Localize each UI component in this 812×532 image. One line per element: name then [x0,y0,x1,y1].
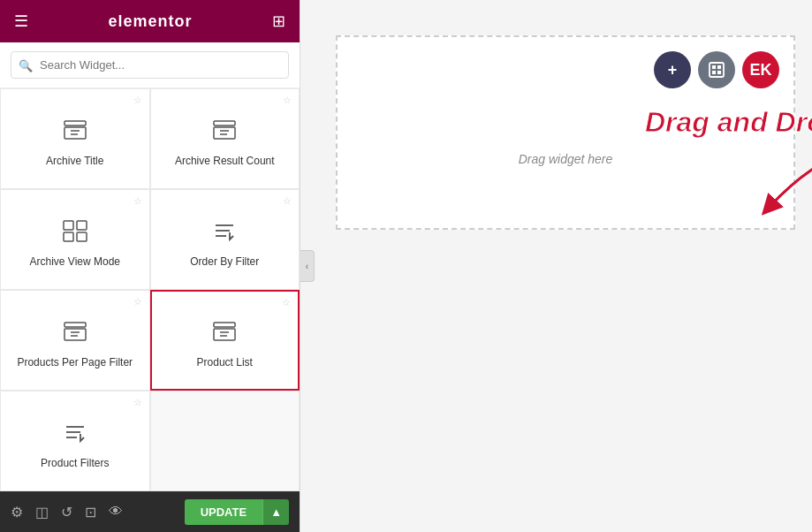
footer-icons: ⚙ ◫ ↺ ⊡ 👁 [11,504,123,521]
canvas-area: + EK Drag widget here Drag and Drop [300,0,812,532]
sidebar: ☰ elementor ⊞ 🔍 ☆ Archive Title [0,0,300,532]
widget-cell-archive-view-mode[interactable]: ☆ Archive View Mode [0,189,150,290]
svg-rect-8 [64,221,73,230]
svg-rect-5 [214,127,235,139]
archive-view-mode-icon [61,217,89,248]
svg-rect-4 [214,121,235,125]
update-btn-group: UPDATE ▲ [185,499,289,525]
star-icon: ☆ [283,95,292,106]
template-icon[interactable]: ⊡ [85,504,96,521]
star-icon: ☆ [283,195,292,207]
sidebar-header: ☰ elementor ⊞ [0,0,300,42]
svg-rect-28 [717,65,721,69]
star-icon: ☆ [133,195,142,207]
svg-rect-19 [214,323,235,327]
search-input[interactable] [11,51,289,79]
layers-icon[interactable]: ◫ [35,504,49,521]
sidebar-footer: ⚙ ◫ ↺ ⊡ 👁 UPDATE ▲ [0,491,300,532]
user-avatar-button[interactable]: EK [742,51,779,88]
products-per-page-filter-label: Products Per Page Filter [17,356,133,369]
svg-rect-30 [717,71,721,74]
sidebar-title: elementor [108,12,192,31]
products-per-page-filter-icon [61,317,89,349]
svg-rect-0 [65,121,86,125]
widget-cell-empty [150,391,300,491]
drop-zone-buttons: + EK [654,51,779,88]
svg-rect-29 [712,71,716,74]
svg-rect-15 [65,323,86,327]
archive-result-count-label: Archive Result Count [175,155,275,167]
grid-icon[interactable]: ⊞ [272,11,285,31]
hamburger-icon[interactable]: ☰ [14,11,28,31]
settings-icon[interactable]: ⚙ [11,504,23,521]
svg-rect-16 [65,329,86,340]
widget-cell-archive-title[interactable]: ☆ Archive Title [0,88,150,189]
widget-grid: ☆ Archive Title ☆ [0,88,300,491]
widget-cell-products-per-page-filter[interactable]: ☆ Products Per Page Filter [0,290,150,391]
drop-zone-text: Drag widget here [519,152,613,166]
update-button[interactable]: UPDATE [185,499,262,525]
svg-rect-11 [77,232,87,241]
product-filters-icon [61,418,89,450]
order-by-filter-label: Order By Filter [190,255,259,268]
svg-rect-10 [64,232,73,241]
collapse-handle[interactable]: ‹ [300,250,315,282]
widget-cell-archive-result-count[interactable]: ☆ Archive Result Count [150,88,300,189]
product-filters-label: Product Filters [41,457,109,469]
svg-rect-9 [77,221,87,230]
widget-cell-order-by-filter[interactable]: ☆ Order By Filter [150,189,300,290]
svg-rect-27 [712,65,716,69]
collapse-chevron: ‹ [306,262,308,271]
widget-cell-product-list[interactable]: ☆ Product List [150,290,300,391]
product-list-icon [210,317,239,349]
star-icon: ☆ [282,297,291,308]
svg-rect-26 [710,63,724,77]
star-icon: ☆ [133,397,142,408]
eye-icon[interactable]: 👁 [109,504,123,520]
add-section-button[interactable]: + [654,51,691,88]
template-button[interactable] [698,51,735,88]
order-by-filter-icon [210,217,239,248]
archive-view-mode-label: Archive View Mode [30,255,121,268]
star-icon: ☆ [133,95,142,106]
product-list-label: Product List [197,356,253,369]
update-arrow-button[interactable]: ▲ [262,499,289,525]
svg-rect-1 [65,127,86,139]
drop-zone[interactable]: + EK Drag widget here [336,35,795,230]
archive-title-icon [61,116,89,148]
history-icon[interactable]: ↺ [61,504,72,521]
search-icon: 🔍 [19,58,33,72]
svg-rect-20 [214,329,235,340]
archive-title-label: Archive Title [46,155,103,167]
archive-result-count-icon [210,116,239,148]
widget-cell-product-filters[interactable]: ☆ Product Filters [0,391,150,491]
star-icon: ☆ [133,296,142,308]
search-bar: 🔍 [0,42,300,88]
